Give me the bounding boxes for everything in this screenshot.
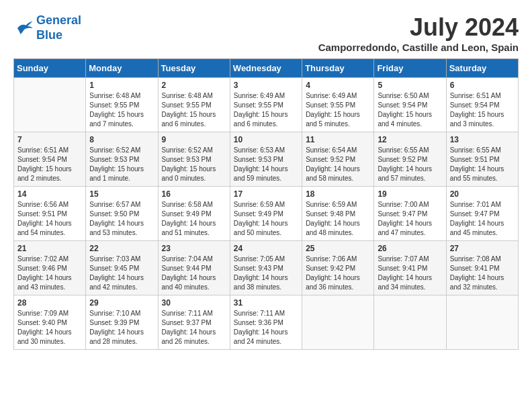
day-number: 31 bbox=[234, 298, 298, 308]
cell-content: Sunrise: 7:08 AM Sunset: 9:41 PM Dayligh… bbox=[450, 255, 515, 292]
calendar-cell: 5Sunrise: 6:50 AM Sunset: 9:54 PM Daylig… bbox=[374, 78, 446, 132]
calendar-cell: 26Sunrise: 7:07 AM Sunset: 9:41 PM Dayli… bbox=[374, 241, 446, 295]
calendar-cell: 27Sunrise: 7:08 AM Sunset: 9:41 PM Dayli… bbox=[446, 241, 518, 295]
cell-content: Sunrise: 6:48 AM Sunset: 9:55 PM Dayligh… bbox=[89, 91, 154, 129]
cell-content: Sunrise: 6:49 AM Sunset: 9:55 PM Dayligh… bbox=[306, 91, 370, 129]
logo-text: General Blue bbox=[36, 13, 81, 42]
day-number: 2 bbox=[162, 81, 226, 90]
day-number: 6 bbox=[450, 81, 515, 90]
calendar-cell: 25Sunrise: 7:06 AM Sunset: 9:42 PM Dayli… bbox=[302, 241, 374, 295]
cell-content: Sunrise: 7:01 AM Sunset: 9:47 PM Dayligh… bbox=[450, 200, 515, 238]
title-area: July 2024 Camporredondo, Castille and Le… bbox=[318, 13, 519, 53]
calendar-cell: 16Sunrise: 6:58 AM Sunset: 9:49 PM Dayli… bbox=[158, 187, 230, 241]
cell-content: Sunrise: 6:51 AM Sunset: 9:54 PM Dayligh… bbox=[450, 91, 515, 129]
calendar-cell: 30Sunrise: 7:11 AM Sunset: 9:37 PM Dayli… bbox=[158, 295, 230, 350]
calendar-cell: 19Sunrise: 7:00 AM Sunset: 9:47 PM Dayli… bbox=[374, 187, 446, 241]
day-number: 20 bbox=[450, 189, 515, 199]
day-number: 25 bbox=[306, 244, 370, 253]
calendar-cell: 12Sunrise: 6:55 AM Sunset: 9:52 PM Dayli… bbox=[374, 132, 446, 187]
day-number: 7 bbox=[17, 135, 82, 144]
cell-content: Sunrise: 7:02 AM Sunset: 9:46 PM Dayligh… bbox=[17, 255, 82, 292]
cell-content: Sunrise: 6:57 AM Sunset: 9:50 PM Dayligh… bbox=[89, 200, 154, 238]
day-number: 30 bbox=[162, 298, 226, 308]
calendar-cell: 11Sunrise: 6:54 AM Sunset: 9:52 PM Dayli… bbox=[302, 132, 374, 187]
day-number: 16 bbox=[162, 189, 226, 199]
calendar-cell: 22Sunrise: 7:03 AM Sunset: 9:45 PM Dayli… bbox=[86, 241, 158, 295]
calendar-cell: 6Sunrise: 6:51 AM Sunset: 9:54 PM Daylig… bbox=[446, 78, 518, 132]
day-number: 4 bbox=[306, 81, 370, 90]
day-number: 12 bbox=[378, 135, 442, 144]
cell-content: Sunrise: 7:04 AM Sunset: 9:44 PM Dayligh… bbox=[162, 255, 226, 292]
calendar-cell: 9Sunrise: 6:52 AM Sunset: 9:53 PM Daylig… bbox=[158, 132, 230, 187]
day-number: 15 bbox=[89, 189, 154, 199]
calendar-cell: 13Sunrise: 6:55 AM Sunset: 9:51 PM Dayli… bbox=[446, 132, 518, 187]
cell-content: Sunrise: 6:59 AM Sunset: 9:48 PM Dayligh… bbox=[306, 200, 370, 238]
logo-bird-icon bbox=[13, 18, 34, 38]
day-number: 21 bbox=[17, 244, 82, 253]
calendar-cell: 18Sunrise: 6:59 AM Sunset: 9:48 PM Dayli… bbox=[302, 187, 374, 241]
calendar-cell bbox=[374, 295, 446, 350]
calendar-cell bbox=[14, 78, 86, 132]
day-number: 10 bbox=[234, 135, 298, 144]
cell-content: Sunrise: 6:52 AM Sunset: 9:53 PM Dayligh… bbox=[89, 146, 154, 183]
cell-content: Sunrise: 6:55 AM Sunset: 9:51 PM Dayligh… bbox=[450, 146, 515, 183]
page-header: General Blue July 2024 Camporredondo, Ca… bbox=[13, 13, 519, 53]
day-number: 29 bbox=[89, 298, 154, 308]
calendar-cell: 23Sunrise: 7:04 AM Sunset: 9:44 PM Dayli… bbox=[158, 241, 230, 295]
calendar-cell: 3Sunrise: 6:49 AM Sunset: 9:55 PM Daylig… bbox=[230, 78, 302, 132]
day-number: 17 bbox=[234, 189, 298, 199]
cell-content: Sunrise: 6:54 AM Sunset: 9:52 PM Dayligh… bbox=[306, 146, 370, 183]
cell-content: Sunrise: 7:07 AM Sunset: 9:41 PM Dayligh… bbox=[378, 255, 442, 292]
cell-content: Sunrise: 6:56 AM Sunset: 9:51 PM Dayligh… bbox=[17, 200, 82, 238]
day-of-week-header: Sunday bbox=[14, 59, 86, 78]
month-title: July 2024 bbox=[318, 13, 519, 42]
day-number: 11 bbox=[306, 135, 370, 144]
calendar-cell: 15Sunrise: 6:57 AM Sunset: 9:50 PM Dayli… bbox=[86, 187, 158, 241]
calendar-cell bbox=[446, 295, 518, 350]
calendar-cell: 24Sunrise: 7:05 AM Sunset: 9:43 PM Dayli… bbox=[230, 241, 302, 295]
calendar-cell bbox=[302, 295, 374, 350]
day-number: 27 bbox=[450, 244, 515, 253]
logo: General Blue bbox=[13, 13, 81, 42]
day-number: 13 bbox=[450, 135, 515, 144]
day-number: 28 bbox=[17, 298, 82, 308]
cell-content: Sunrise: 6:48 AM Sunset: 9:55 PM Dayligh… bbox=[162, 91, 226, 129]
day-number: 9 bbox=[162, 135, 226, 144]
cell-content: Sunrise: 6:55 AM Sunset: 9:52 PM Dayligh… bbox=[378, 146, 442, 183]
cell-content: Sunrise: 6:58 AM Sunset: 9:49 PM Dayligh… bbox=[162, 200, 226, 238]
cell-content: Sunrise: 6:51 AM Sunset: 9:54 PM Dayligh… bbox=[17, 146, 82, 183]
day-number: 3 bbox=[234, 81, 298, 90]
day-of-week-header: Saturday bbox=[446, 59, 518, 78]
cell-content: Sunrise: 7:11 AM Sunset: 9:36 PM Dayligh… bbox=[234, 309, 298, 347]
calendar-cell: 21Sunrise: 7:02 AM Sunset: 9:46 PM Dayli… bbox=[14, 241, 86, 295]
day-of-week-header: Wednesday bbox=[230, 59, 302, 78]
cell-content: Sunrise: 7:03 AM Sunset: 9:45 PM Dayligh… bbox=[89, 255, 154, 292]
calendar-cell: 17Sunrise: 6:59 AM Sunset: 9:49 PM Dayli… bbox=[230, 187, 302, 241]
cell-content: Sunrise: 6:49 AM Sunset: 9:55 PM Dayligh… bbox=[234, 91, 298, 129]
cell-content: Sunrise: 7:11 AM Sunset: 9:37 PM Dayligh… bbox=[162, 309, 226, 347]
day-number: 14 bbox=[17, 189, 82, 199]
location: Camporredondo, Castille and Leon, Spain bbox=[318, 42, 519, 53]
day-number: 18 bbox=[306, 189, 370, 199]
day-of-week-header: Friday bbox=[374, 59, 446, 78]
cell-content: Sunrise: 7:10 AM Sunset: 9:39 PM Dayligh… bbox=[89, 309, 154, 347]
day-of-week-header: Thursday bbox=[302, 59, 374, 78]
cell-content: Sunrise: 7:06 AM Sunset: 9:42 PM Dayligh… bbox=[306, 255, 370, 292]
calendar-cell: 29Sunrise: 7:10 AM Sunset: 9:39 PM Dayli… bbox=[86, 295, 158, 350]
calendar-cell: 1Sunrise: 6:48 AM Sunset: 9:55 PM Daylig… bbox=[86, 78, 158, 132]
day-number: 8 bbox=[89, 135, 154, 144]
cell-content: Sunrise: 7:00 AM Sunset: 9:47 PM Dayligh… bbox=[378, 200, 442, 238]
day-number: 5 bbox=[378, 81, 442, 90]
cell-content: Sunrise: 6:53 AM Sunset: 9:53 PM Dayligh… bbox=[234, 146, 298, 183]
cell-content: Sunrise: 7:05 AM Sunset: 9:43 PM Dayligh… bbox=[234, 255, 298, 292]
day-number: 23 bbox=[162, 244, 226, 253]
day-number: 26 bbox=[378, 244, 442, 253]
calendar-cell: 31Sunrise: 7:11 AM Sunset: 9:36 PM Dayli… bbox=[230, 295, 302, 350]
calendar-cell: 28Sunrise: 7:09 AM Sunset: 9:40 PM Dayli… bbox=[14, 295, 86, 350]
day-number: 24 bbox=[234, 244, 298, 253]
calendar-cell: 8Sunrise: 6:52 AM Sunset: 9:53 PM Daylig… bbox=[86, 132, 158, 187]
day-number: 22 bbox=[89, 244, 154, 253]
calendar-cell: 20Sunrise: 7:01 AM Sunset: 9:47 PM Dayli… bbox=[446, 187, 518, 241]
day-number: 19 bbox=[378, 189, 442, 199]
cell-content: Sunrise: 6:52 AM Sunset: 9:53 PM Dayligh… bbox=[162, 146, 226, 183]
